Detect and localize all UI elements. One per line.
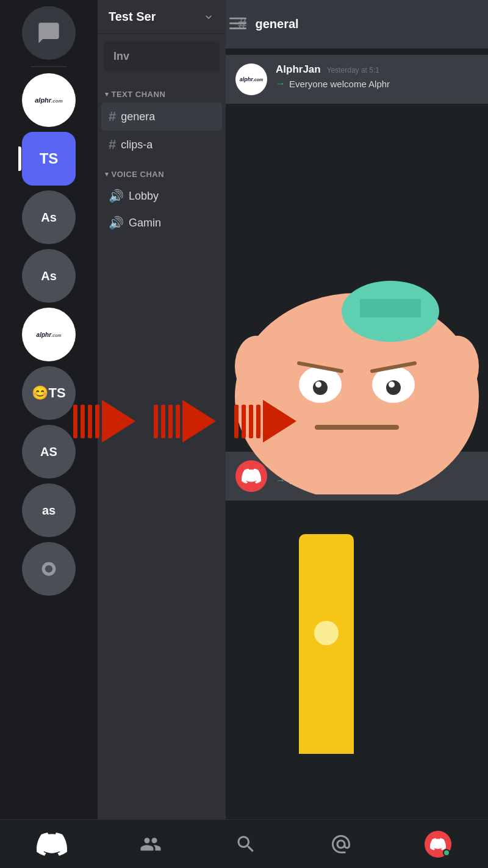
mention-icon [330,833,352,855]
text-channels-category[interactable]: ▾ TEXT CHANN [98,79,226,103]
lobby-channel-name: Lobby [129,190,159,203]
voice-icon-gaming: 🔊 [109,215,124,230]
as-caps-label: AS [40,445,57,459]
sticker-area [226,262,488,519]
search-icon [235,833,257,855]
server-name: Test Ser [109,10,156,24]
sidebar-item-emoji-ts[interactable]: 😊TS [22,366,76,420]
ts-label: TS [40,150,59,167]
invite-button[interactable]: Inv [104,42,220,71]
channel-item-gaming[interactable]: 🔊 Gamin [101,209,222,236]
as-lower-label: as [42,504,56,518]
sidebar-item-as-caps[interactable]: AS [22,425,76,479]
circle-shape-icon [36,556,62,582]
emoji-ts-label: 😊TS [32,385,65,401]
svg-point-8 [315,382,321,388]
text-channels-label: TEXT CHANN [112,90,166,99]
invite-button-text: Inv [113,50,129,62]
voice-collapse-icon: ▾ [105,170,109,178]
channel-sidebar: Test Ser Inv ▾ TEXT CHANN # genera # cli… [98,0,226,868]
bottom-nav-mentions[interactable] [330,833,352,855]
bottom-nav-profile[interactable] [425,831,451,858]
channel-header: # general [226,0,488,49]
server-sidebar: alphr.com TS As As alphr.com 😊TS AS as [0,0,98,868]
sidebar-divider [30,66,67,67]
alphrjan-avatar-text: alphr.com [240,76,263,82]
server-header[interactable]: Test Ser [98,0,226,34]
bottom-nav [0,819,488,868]
header-menu-icon[interactable] [229,15,246,34]
bottom-nav-home[interactable] [37,829,67,859]
bottom-nav-search[interactable] [235,833,257,855]
hash-icon-general: # [109,109,116,125]
sidebar-item-as2[interactable]: As [22,249,76,303]
channel-item-general[interactable]: # genera [101,103,222,131]
hash-icon-clips: # [109,137,116,153]
yellow-dot [314,621,339,645]
bottom-nav-friends[interactable] [140,833,162,855]
server-settings-icon[interactable] [203,11,215,23]
avatar-alphrjan: alphr.com [235,63,267,95]
message-1-text: → Everyone welcome Alphr [276,78,390,89]
general-channel-name: genera [121,110,155,123]
active-indicator [18,146,21,171]
sidebar-item-as-lower[interactable]: as [22,483,76,537]
friends-icon [140,833,162,855]
timestamp-1: Yesterday at 5:1 [327,66,379,74]
message-1-header: AlphrJan Yesterday at 5:1 [276,63,390,76]
collapse-icon: ▾ [105,90,109,98]
sticker-svg [226,262,488,494]
sidebar-item-ts-active[interactable]: TS [22,132,76,186]
sidebar-item-circle[interactable] [22,542,76,596]
sidebar-item-alphr[interactable]: alphr.com [22,73,76,127]
gaming-channel-name: Gamin [129,217,161,230]
alphr-logo-text: alphr.com [35,96,63,104]
message-1-content: AlphrJan Yesterday at 5:1 → Everyone wel… [276,63,390,89]
home-discord-icon [37,829,67,859]
svg-rect-16 [229,23,246,24]
channel-item-lobby[interactable]: 🔊 Lobby [101,183,222,209]
alphr2-logo-text: alphr.com [37,331,62,338]
svg-point-13 [235,336,278,397]
welcome-arrow-1: → [276,78,285,89]
svg-point-0 [43,563,54,574]
clips-channel-name: clips-a [121,139,152,151]
username-alphrjan: AlphrJan [276,63,321,76]
voice-icon-lobby: 🔊 [109,189,124,203]
channel-header-name: general [255,17,298,31]
message-1-body: Everyone welcome Alphr [289,79,390,89]
svg-point-9 [389,382,395,388]
svg-point-14 [436,336,479,397]
message-row-1: alphr.com AlphrJan Yesterday at 5:1 → Ev… [226,55,488,104]
svg-rect-15 [229,18,246,20]
online-status-dot [443,849,450,856]
as1-label: As [41,211,57,225]
svg-rect-17 [229,27,246,29]
voice-channels-label: VOICE CHAN [112,170,165,179]
sidebar-item-alphr2[interactable]: alphr.com [22,308,76,361]
as2-label: As [41,269,57,283]
yellow-image [299,534,354,754]
svg-rect-3 [360,299,421,317]
sidebar-item-as1[interactable]: As [22,190,76,244]
sidebar-item-dm[interactable] [22,6,76,60]
voice-channels-category[interactable]: ▾ VOICE CHAN [98,159,226,183]
channel-item-clips[interactable]: # clips-a [101,131,222,159]
